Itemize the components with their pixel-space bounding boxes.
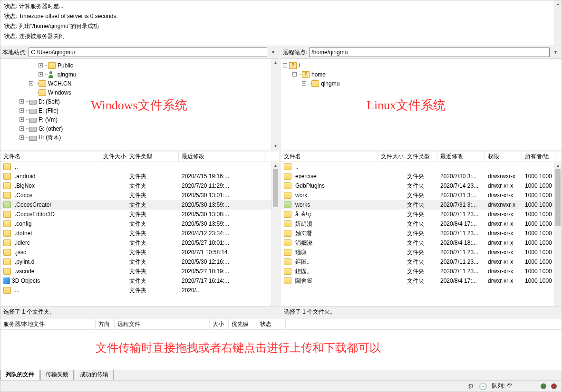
expand-icon[interactable]: +: [29, 81, 33, 86]
list-row[interactable]: work文件夹2020/7/31 3:...drwxr-xr-x1000 100…: [281, 191, 562, 200]
file-name: .pylint.d: [15, 258, 34, 265]
list-row[interactable]: 闒舍篁文件夹2020/8/4 17:...drwxr-xr-x1000 1000: [281, 276, 562, 286]
expand-icon[interactable]: +: [19, 99, 24, 104]
scroll-up-icon[interactable]: ▲: [272, 59, 279, 66]
column-header[interactable]: 方向: [96, 319, 115, 330]
expand-icon[interactable]: -: [283, 63, 287, 67]
scroll-up-icon[interactable]: ▲: [554, 162, 562, 169]
status-line: 状态: 计算服务器时差...: [4, 2, 558, 10]
remote-path-input[interactable]: /home/qingmu: [309, 48, 550, 57]
tab[interactable]: 传输失败: [40, 369, 74, 380]
column-header[interactable]: 优先级: [229, 319, 257, 330]
list-row[interactable]: .idlerc文件夹2020/5/27 10:01:...: [0, 238, 279, 248]
local-file-list[interactable]: 文件名文件大小文件类型最近修改 ...android文件夹2020/7/15 1…: [0, 152, 279, 306]
list-row[interactable]: 妡岄濆文件夹2020/8/4 17:...drwxr-xr-x1000 1000: [281, 219, 562, 229]
tree-node[interactable]: -⋯?home: [281, 70, 562, 79]
transfer-header[interactable]: 服务器/本地文件方向远程文件大小优先级状态: [0, 319, 562, 330]
remote-site-label: 远程站点:: [283, 48, 307, 57]
column-header[interactable]: 状态: [257, 319, 286, 330]
expand-icon[interactable]: +: [39, 72, 43, 76]
remote-tree[interactable]: -?/-⋯?home+⋯qingmu Linux文件系统: [281, 59, 562, 152]
list-row[interactable]: .pylint.d文件夹2020/5/30 12:16:...: [0, 257, 279, 267]
file-name: .CocosCreator: [15, 201, 51, 208]
list-row[interactable]: 3D Objects文件夹2020/7/17 16:14:...: [0, 276, 279, 286]
list-row[interactable]: 涓嬭浇文件夹2020/8/4 18:...drwxr-xr-x1000 1000: [281, 238, 562, 248]
tree-node[interactable]: +⋯qingmu: [0, 70, 279, 79]
tree-node[interactable]: +⋯qingmu: [281, 79, 562, 88]
tree-node[interactable]: -?/: [281, 61, 562, 70]
list-row[interactable]: ...文件夹2020/...: [0, 286, 279, 295]
expand-icon[interactable]: +: [19, 108, 24, 113]
list-row[interactable]: .android文件夹2020/7/15 19:16:...: [0, 172, 279, 181]
local-path-input[interactable]: C:\Users\qingmu\: [29, 48, 267, 57]
remote-list-header[interactable]: 文件名文件大小文件类型最近修改权限所有者/组: [281, 152, 562, 162]
dropdown-icon[interactable]: ▼: [552, 50, 560, 55]
column-header[interactable]: 最近修改: [437, 152, 485, 162]
column-header[interactable]: 所有者/组: [522, 152, 555, 162]
list-row[interactable]: .config文件夹2020/5/30 13:59:...: [0, 219, 279, 229]
file-name: ..: [15, 163, 18, 170]
list-row[interactable]: ..: [0, 162, 279, 172]
column-header[interactable]: 大小: [210, 319, 229, 330]
column-header[interactable]: 文件类型: [404, 152, 437, 162]
list-row[interactable]: .jssc文件夹2020/7/1 10:58:14: [0, 248, 279, 257]
dropdown-icon[interactable]: ▼: [269, 50, 277, 55]
expand-icon[interactable]: -: [292, 72, 297, 76]
column-header[interactable]: 文件大小: [100, 152, 126, 162]
clock-icon[interactable]: 🕓: [479, 382, 487, 390]
column-header[interactable]: 服务器/本地文件: [0, 319, 96, 330]
local-tree[interactable]: +⋯Public+⋯qingmu+⋯WCH.CN⋯Windows+⋯D: (So…: [0, 59, 279, 152]
list-row[interactable]: .BigNox文件夹2020/7/20 11:29:...: [0, 181, 279, 191]
status-line: 状态: 列出"/home/qingmu"的目录成功: [4, 22, 558, 30]
expand-icon[interactable]: +: [39, 63, 43, 67]
scroll-up-icon[interactable]: ▲: [272, 162, 279, 169]
list-row[interactable]: 鍥囥。文件夹2020/7/11 23...drwxr-xr-x1000 1000: [281, 267, 562, 276]
tree-node[interactable]: ⋯Windows: [0, 88, 279, 97]
list-row[interactable]: GdbPlugins文件夹2020/7/14 23...drwxr-xr-x10…: [281, 181, 562, 191]
scroll-up-icon[interactable]: ▲: [554, 0, 562, 8]
remote-file-list[interactable]: 文件名文件大小文件类型最近修改权限所有者/组 ..exercise文件夹2020…: [281, 152, 562, 306]
folder-icon: [3, 201, 11, 208]
scrollbar-vertical[interactable]: ▲: [554, 0, 562, 46]
local-list-header[interactable]: 文件名文件大小文件类型最近修改: [0, 152, 279, 162]
transfer-body[interactable]: 文件传输时直接拖拽或者右键点击进行上传和下载都可以: [0, 330, 562, 370]
column-header[interactable]: 权限: [485, 152, 522, 162]
expand-icon[interactable]: +: [19, 126, 24, 131]
drive-icon: [29, 136, 37, 141]
column-header[interactable]: 文件类型: [126, 152, 179, 162]
scrollbar-vertical[interactable]: ▲: [271, 162, 279, 306]
list-row[interactable]: exercise文件夹2020/7/30 3:...drwxrwxr-x1000…: [281, 172, 562, 181]
list-row[interactable]: .vscode文件夹2020/5/27 10:19:...: [0, 267, 279, 276]
list-row[interactable]: å¬å±ç文件夹2020/7/11 23...drwxr-xr-x1000 10…: [281, 210, 562, 219]
tree-node[interactable]: +⋯WCH.CN: [0, 79, 279, 88]
file-name: .idlerc: [15, 239, 30, 246]
tree-node[interactable]: +⋯G: (other): [0, 124, 279, 133]
folder-icon: [48, 62, 56, 69]
scrollbar-vertical[interactable]: ▲: [554, 162, 562, 306]
tree-node[interactable]: +⋯Public: [0, 61, 279, 70]
column-header[interactable]: 远程文件: [115, 319, 210, 330]
tree-node[interactable]: +⋯H: (青木): [0, 133, 279, 142]
column-header[interactable]: 文件名: [281, 152, 378, 162]
list-row[interactable]: .dotnet文件夹2020/4/12 23:34:...: [0, 229, 279, 238]
column-header[interactable]: 文件大小: [378, 152, 404, 162]
gear-icon[interactable]: ⚙: [468, 382, 474, 390]
tab[interactable]: 成功的传输: [75, 369, 114, 380]
scroll-down-icon[interactable]: ▼: [272, 143, 279, 150]
tree-node[interactable]: +⋯F: (Vm): [0, 115, 279, 124]
list-row[interactable]: works文件夹2020/7/31 3:...drwxrwxr-x1000 10…: [281, 200, 562, 210]
scrollbar-vertical[interactable]: ▲ ▼: [271, 59, 279, 150]
list-row[interactable]: 瑙嗛文件夹2020/7/11 23...drwxr-xr-x1000 1000: [281, 248, 562, 257]
expand-icon[interactable]: +: [19, 117, 24, 122]
list-row[interactable]: .CocosCreator文件夹2020/5/30 13:59:...: [0, 200, 279, 210]
column-header[interactable]: 最近修改: [179, 152, 264, 162]
expand-icon[interactable]: +: [19, 135, 24, 140]
list-row[interactable]: .CocosEditor3D文件夹2020/5/30 13:08:...: [0, 210, 279, 219]
expand-icon[interactable]: +: [302, 81, 306, 86]
column-header[interactable]: 文件名: [0, 152, 100, 162]
list-row[interactable]: ..: [281, 162, 562, 172]
list-row[interactable]: 妯℃潛文件夹2020/7/11 23...drwxr-xr-x1000 1000: [281, 229, 562, 238]
tab[interactable]: 列队的文件: [0, 369, 39, 380]
list-row[interactable]: .Cocos文件夹2020/5/30 13:01:...: [0, 191, 279, 200]
list-row[interactable]: 鏂囨。文件夹2020/7/11 23...drwxr-xr-x1000 1000: [281, 257, 562, 267]
